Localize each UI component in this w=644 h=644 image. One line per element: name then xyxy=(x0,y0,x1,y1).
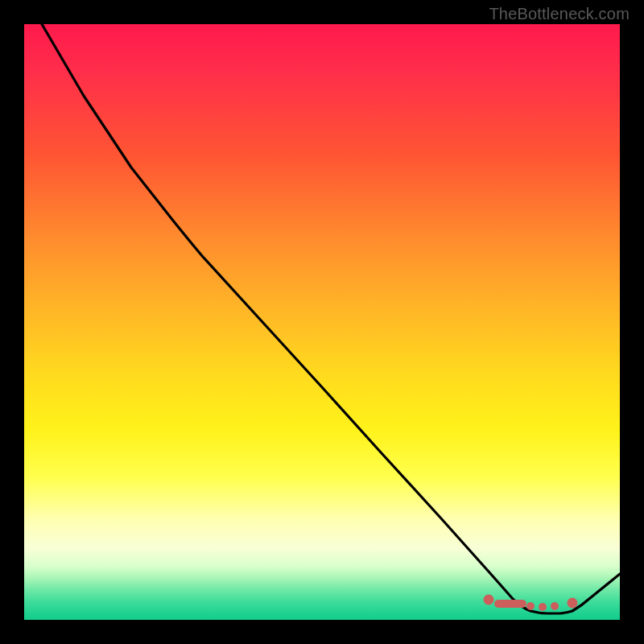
watermark-text: TheBottleneck.com xyxy=(489,5,630,23)
optimal-marker xyxy=(484,595,494,605)
optimal-marker xyxy=(494,600,526,608)
optimal-marker xyxy=(539,603,547,611)
chart-canvas: TheBottleneck.com xyxy=(0,0,644,644)
plot-area xyxy=(24,24,620,620)
bottleneck-curve-line xyxy=(42,24,620,613)
optimal-marker xyxy=(568,598,578,609)
optimal-marker xyxy=(551,602,559,610)
optimal-marker xyxy=(526,602,535,610)
chart-svg xyxy=(24,24,620,620)
